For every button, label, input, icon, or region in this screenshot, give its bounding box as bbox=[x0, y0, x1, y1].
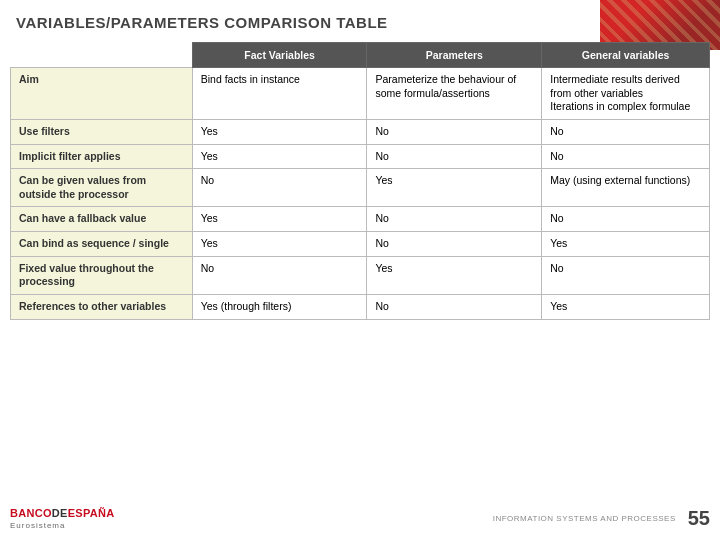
row-label: Can have a fallback value bbox=[11, 207, 193, 232]
col-header-parameters: Parameters bbox=[367, 43, 542, 68]
row-general-variables: No bbox=[542, 207, 710, 232]
table-row: Use filtersYesNoNo bbox=[11, 119, 710, 144]
row-fact-variables: Yes bbox=[192, 144, 367, 169]
col-header-fact-variables: Fact Variables bbox=[192, 43, 367, 68]
row-fact-variables: Bind facts in instance bbox=[192, 68, 367, 120]
footer: BANCODEESPAÑA Eurosistema INFORMATION SY… bbox=[10, 503, 710, 530]
row-general-variables: No bbox=[542, 144, 710, 169]
table-header-row: Fact Variables Parameters General variab… bbox=[11, 43, 710, 68]
row-fact-variables: Yes bbox=[192, 232, 367, 257]
comparison-table: Fact Variables Parameters General variab… bbox=[10, 42, 710, 320]
logo-subtitle: Eurosistema bbox=[10, 521, 115, 530]
page-number: 55 bbox=[688, 507, 710, 530]
footer-right: INFORMATION SYSTEMS AND PROCESSES 55 bbox=[493, 507, 710, 530]
row-general-variables: Intermediate results derived from other … bbox=[542, 68, 710, 120]
row-parameters: No bbox=[367, 144, 542, 169]
row-fact-variables: Yes bbox=[192, 119, 367, 144]
row-fact-variables: No bbox=[192, 169, 367, 207]
row-parameters: Yes bbox=[367, 169, 542, 207]
row-parameters: No bbox=[367, 119, 542, 144]
row-general-variables: May (using external functions) bbox=[542, 169, 710, 207]
table-row: Can bind as sequence / singleYesNoYes bbox=[11, 232, 710, 257]
row-general-variables: Yes bbox=[542, 232, 710, 257]
table-row: Implicit filter appliesYesNoNo bbox=[11, 144, 710, 169]
row-general-variables: No bbox=[542, 119, 710, 144]
row-parameters: Yes bbox=[367, 256, 542, 294]
table-row: Can have a fallback valueYesNoNo bbox=[11, 207, 710, 232]
page-title: VARIABLES/PARAMETERS COMPARISON TABLE bbox=[16, 14, 388, 31]
table-row: AimBind facts in instanceParameterize th… bbox=[11, 68, 710, 120]
bank-logo: BANCODEESPAÑA bbox=[10, 503, 115, 521]
table-row: Fixed value throughout the processingNoY… bbox=[11, 256, 710, 294]
comparison-table-container: Fact Variables Parameters General variab… bbox=[10, 42, 710, 480]
row-parameters: Parameterize the behaviour of some formu… bbox=[367, 68, 542, 120]
title-text: VARIABLES/PARAMETERS COMPARISON TABLE bbox=[16, 14, 388, 31]
col-header-general-variables: General variables bbox=[542, 43, 710, 68]
row-general-variables: No bbox=[542, 256, 710, 294]
row-label: Aim bbox=[11, 68, 193, 120]
row-parameters: No bbox=[367, 295, 542, 320]
row-fact-variables: Yes bbox=[192, 207, 367, 232]
row-fact-variables: Yes (through filters) bbox=[192, 295, 367, 320]
page: VARIABLES/PARAMETERS COMPARISON TABLE Fa… bbox=[0, 0, 720, 540]
row-label: Can be given values from outside the pro… bbox=[11, 169, 193, 207]
row-parameters: No bbox=[367, 207, 542, 232]
logo-area: BANCODEESPAÑA Eurosistema bbox=[10, 503, 115, 530]
row-label: Implicit filter applies bbox=[11, 144, 193, 169]
row-label: Fixed value throughout the processing bbox=[11, 256, 193, 294]
row-general-variables: Yes bbox=[542, 295, 710, 320]
row-label: References to other variables bbox=[11, 295, 193, 320]
row-parameters: No bbox=[367, 232, 542, 257]
footer-label: INFORMATION SYSTEMS AND PROCESSES bbox=[493, 514, 676, 523]
row-fact-variables: No bbox=[192, 256, 367, 294]
table-row: References to other variablesYes (throug… bbox=[11, 295, 710, 320]
table-row: Can be given values from outside the pro… bbox=[11, 169, 710, 207]
row-label: Use filters bbox=[11, 119, 193, 144]
col-header-empty bbox=[11, 43, 193, 68]
row-label: Can bind as sequence / single bbox=[11, 232, 193, 257]
